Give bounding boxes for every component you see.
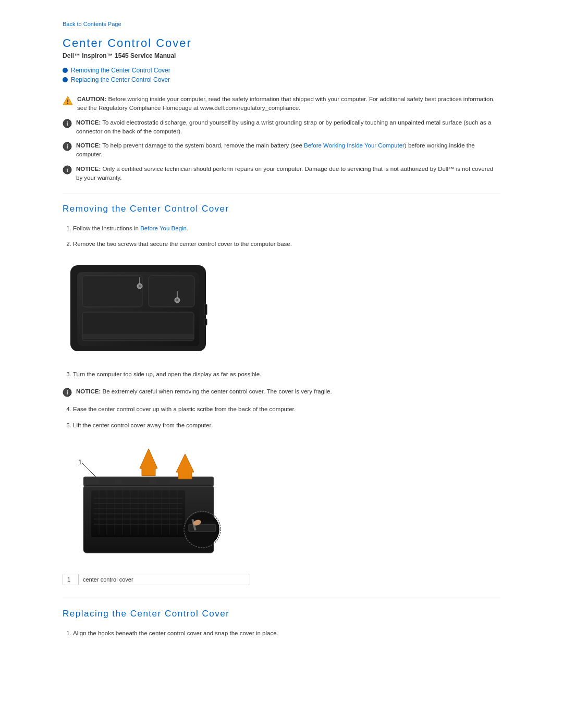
svg-rect-49 (156, 479, 169, 484)
notice-icon-fragile: i (63, 388, 72, 397)
section-divider-2 (63, 598, 500, 598)
replacing-steps: Align the hooks beneath the center contr… (73, 628, 500, 638)
notice-block-2: i NOTICE: To help prevent damage to the … (63, 141, 500, 159)
notice-label-3: NOTICE: (76, 166, 101, 172)
removing-steps: Follow the instructions in Before You Be… (73, 224, 500, 249)
svg-rect-48 (123, 479, 149, 484)
notice-block-3: i NOTICE: Only a certified service techn… (63, 165, 500, 183)
section-divider-1 (63, 193, 500, 193)
figure-table: 1 center control cover (63, 574, 250, 585)
removing-steps-cont: Turn the computer top side up, and open … (73, 369, 500, 379)
svg-point-15 (139, 285, 141, 287)
figure-row: 1 center control cover (63, 574, 250, 585)
toc-link-removing[interactable]: Removing the Center Control Cover (71, 67, 170, 74)
svg-point-18 (176, 299, 178, 301)
fragile-notice-text: Be extremely careful when removing the c… (102, 388, 332, 394)
notice-icon-3: i (63, 165, 72, 175)
svg-marker-50 (140, 449, 157, 476)
before-working-link[interactable]: Before Working Inside Your Computer (304, 142, 405, 149)
laptop-open-image-container: 1 (63, 438, 500, 563)
svg-text:i: i (66, 120, 68, 127)
fragile-notice: i NOTICE: Be extremely careful when remo… (63, 387, 500, 397)
notice-text-1: To avoid electrostatic discharge, ground… (76, 119, 491, 134)
svg-text:i: i (66, 167, 68, 173)
step-2: Remove the two screws that secure the ce… (73, 239, 500, 249)
before-you-begin-link[interactable]: Before You Begin (140, 225, 187, 231)
notice-text-2: To help prevent damage to the system boa… (76, 142, 475, 157)
svg-rect-20 (204, 304, 207, 315)
toc-item-replacing: Replacing the Center Control Cover (63, 76, 500, 83)
svg-rect-54 (189, 524, 216, 532)
notice-icon-2: i (63, 142, 72, 151)
replacing-section-title: Replacing the Center Control Cover (63, 609, 500, 619)
svg-rect-47 (99, 479, 115, 484)
page-title: Center Control Cover (63, 36, 500, 50)
svg-text:1: 1 (78, 458, 82, 466)
notice-label-2: NOTICE: (76, 142, 101, 149)
toc-bullet-2 (63, 77, 68, 82)
figure-caption: center control cover (79, 574, 250, 585)
laptop-bottom-image-container (63, 257, 500, 359)
toc-bullet-1 (63, 68, 68, 73)
notice-label-1: NOTICE: (76, 119, 101, 126)
svg-rect-12 (149, 276, 194, 307)
svg-text:i: i (66, 143, 68, 150)
fragile-notice-label: NOTICE: (76, 388, 101, 394)
figure-number: 1 (63, 574, 79, 585)
svg-rect-21 (204, 319, 207, 325)
page-subtitle: Dell™ Inspiron™ 1545 Service Manual (63, 52, 500, 59)
svg-text:!: ! (67, 98, 69, 105)
svg-line-26 (82, 463, 96, 477)
step-4: Ease the center control cover up with a … (73, 404, 500, 414)
toc-list: Removing the Center Control Cover Replac… (63, 67, 500, 83)
caution-text: Before working inside your computer, rea… (77, 96, 495, 111)
step-3: Turn the computer top side up, and open … (73, 369, 500, 379)
caution-label: CAUTION: (77, 96, 106, 102)
svg-rect-22 (82, 335, 194, 339)
back-to-contents-link[interactable]: Back to Contents Page (63, 21, 500, 27)
laptop-open-svg: 1 (63, 438, 229, 563)
replace-step-1: Align the hooks beneath the center contr… (73, 628, 500, 638)
removing-section-title: Removing the Center Control Cover (63, 204, 500, 214)
toc-item-removing: Removing the Center Control Cover (63, 67, 500, 74)
step-5: Lift the center control cover away from … (73, 421, 500, 430)
step-1: Follow the instructions in Before You Be… (73, 224, 500, 233)
notice-icon-1: i (63, 119, 72, 128)
caution-block: ! CAUTION: Before working inside your co… (63, 95, 500, 113)
svg-text:i: i (66, 389, 68, 396)
svg-marker-51 (176, 454, 194, 479)
removing-steps-cont2: Ease the center control cover up with a … (73, 404, 500, 430)
notice-text-3: Only a certified service technician shou… (76, 166, 493, 181)
laptop-bottom-svg (63, 257, 214, 359)
notice-block-1: i NOTICE: To avoid electrostatic dischar… (63, 118, 500, 137)
toc-link-replacing[interactable]: Replacing the Center Control Cover (71, 76, 170, 83)
caution-icon: ! (63, 95, 73, 106)
svg-rect-11 (82, 276, 142, 307)
